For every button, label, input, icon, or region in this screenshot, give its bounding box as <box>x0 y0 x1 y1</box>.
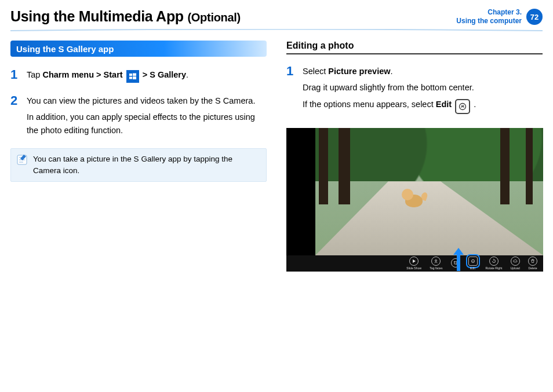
section-heading: Using the S Gallery app <box>16 44 114 54</box>
step-body: Tap Charm menu > Start > S Gallery. <box>27 68 188 86</box>
picture-preview-label: Picture preview <box>328 67 390 76</box>
svg-rect-2 <box>129 77 132 79</box>
rotate-right-icon <box>489 257 499 266</box>
svg-rect-1 <box>133 74 136 76</box>
step-1: 1 Tap Charm menu > Start > S Gallery. <box>10 68 267 86</box>
right-column: Editing a photo 1 Select Picture preview… <box>286 41 543 272</box>
trash-icon <box>528 257 537 266</box>
svg-point-7 <box>463 105 464 107</box>
windows-start-tile-icon <box>126 70 139 83</box>
photo-tree <box>500 128 510 204</box>
svg-rect-0 <box>129 74 132 76</box>
toolbar-item-upload[interactable]: Upload <box>511 257 520 270</box>
step-2-line-2: In addition, you can apply special effec… <box>27 111 267 137</box>
chapter-line2: Using the computer <box>456 17 522 25</box>
swipe-up-arrow-icon <box>452 248 465 271</box>
page-number-badge: 72 <box>526 9 543 25</box>
section-heading-bar: Using the S Gallery app <box>10 41 267 57</box>
subheading: Editing a photo <box>286 41 543 51</box>
svg-rect-3 <box>133 76 136 79</box>
edit-label: Edit <box>436 100 452 109</box>
photo-dog <box>402 186 427 212</box>
photo-tree <box>526 128 533 204</box>
edit-tool-icon <box>455 99 470 114</box>
svg-point-8 <box>435 260 437 262</box>
face-icon <box>431 257 441 266</box>
step-2: 2 You can view the pictures and videos t… <box>10 94 267 140</box>
note-icon <box>16 153 28 166</box>
step-number: 2 <box>10 94 21 140</box>
toolbar-item-delete[interactable]: Delete <box>528 257 537 270</box>
step-number: 1 <box>286 65 297 118</box>
title-main: Using the Multimedia App <box>10 8 184 24</box>
manual-page: Using the Multimedia App (Optional) Chap… <box>0 0 553 392</box>
photo-tree <box>319 128 328 204</box>
page-title: Using the Multimedia App (Optional) <box>10 8 241 25</box>
toolbar-item-edit[interactable]: Edit <box>468 257 478 270</box>
content-columns: Using the S Gallery app 1 Tap Charm menu… <box>0 31 553 272</box>
toolbar-item-tagfaces[interactable]: Tag faces <box>430 257 442 270</box>
left-column: Using the S Gallery app 1 Tap Charm menu… <box>10 41 267 272</box>
drag-instruction: Drag it upward slightly from the bottom … <box>303 81 476 94</box>
svg-point-6 <box>461 105 463 107</box>
step-number: 1 <box>10 68 21 86</box>
right-step-1: 1 Select Picture preview. Drag it upward… <box>286 65 543 118</box>
app-preview-window: Slide Show Tag faces Edit <box>286 128 543 272</box>
page-header: Using the Multimedia App (Optional) Chap… <box>0 0 553 25</box>
step-body: Select Picture preview. Drag it upward s… <box>303 65 476 118</box>
subheading-rule <box>286 53 543 54</box>
charm-start-path: Charm menu > Start <box>42 70 122 79</box>
preview-toolbar: Slide Show Tag faces Edit <box>286 255 543 272</box>
chapter-block: Chapter 3. Using the computer 72 <box>456 8 543 25</box>
edit-icon <box>468 257 478 266</box>
title-optional: (Optional) <box>187 11 240 24</box>
header-divider <box>10 29 543 31</box>
photo-viewport <box>315 128 543 255</box>
toolbar-item-slideshow[interactable]: Slide Show <box>406 257 421 270</box>
cloud-upload-icon <box>511 257 520 266</box>
tip-callout: You can take a picture in the S Gallery … <box>10 148 267 181</box>
toolbar-item-rotate[interactable]: Rotate Right <box>486 257 503 270</box>
step-body: You can view the pictures and videos tak… <box>27 94 267 140</box>
chapter-text: Chapter 3. Using the computer <box>456 8 522 25</box>
chapter-line1: Chapter 3. <box>456 8 522 17</box>
play-icon <box>409 257 419 266</box>
photo-tree <box>339 128 350 204</box>
s-gallery-label: S Gallery <box>150 70 186 79</box>
step-2-line-1: You can view the pictures and videos tak… <box>27 94 267 107</box>
tip-text: You can take a picture in the S Gallery … <box>33 153 260 176</box>
